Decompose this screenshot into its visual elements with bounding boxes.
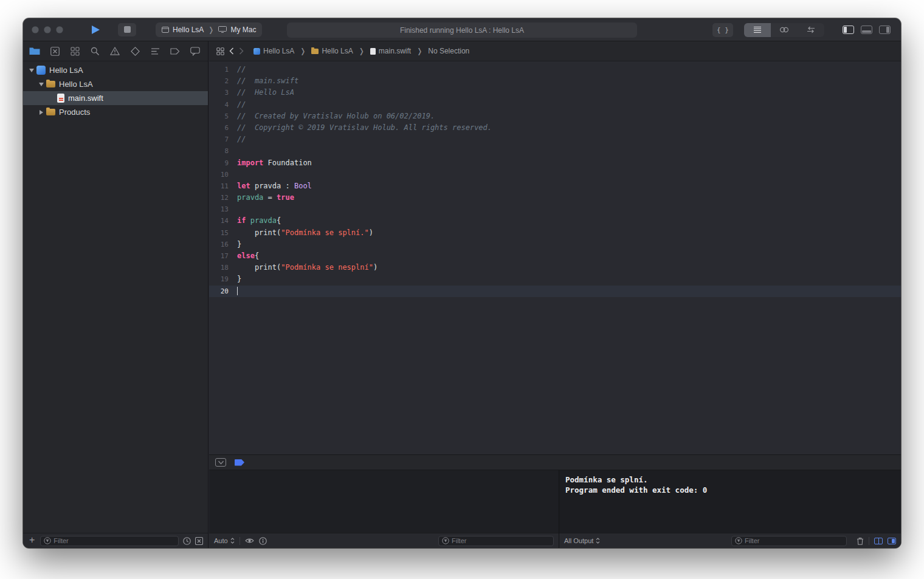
forward-button[interactable] xyxy=(239,47,244,55)
code-line[interactable]: 8 xyxy=(209,145,901,157)
code-line[interactable]: 9import Foundation xyxy=(209,157,901,169)
code-line[interactable]: 5// Created by Vratislav Holub on 06/02/… xyxy=(209,111,901,122)
line-number[interactable]: 4 xyxy=(209,99,237,111)
jumpbar-item-selection[interactable]: No Selection xyxy=(428,47,469,55)
line-number[interactable]: 18 xyxy=(209,262,237,273)
assistant-editor-icon xyxy=(779,26,789,33)
code-line[interactable]: 13 xyxy=(209,204,901,215)
line-number[interactable]: 12 xyxy=(209,192,237,204)
code-line[interactable]: 4// xyxy=(209,99,901,111)
console-output-popup[interactable]: All Output xyxy=(564,537,600,544)
code-line[interactable]: 20 xyxy=(209,286,901,297)
close-button[interactable] xyxy=(32,26,39,33)
code-braces-button[interactable]: { } xyxy=(712,23,733,37)
tree-row-products[interactable]: Products xyxy=(23,105,208,119)
line-number[interactable]: 3 xyxy=(209,87,237,98)
inspector-panel-toggle[interactable] xyxy=(879,26,891,34)
line-number[interactable]: 20 xyxy=(209,286,237,297)
code-line[interactable]: 16} xyxy=(209,239,901,250)
zoom-button[interactable] xyxy=(56,26,63,33)
line-number[interactable]: 1 xyxy=(209,64,237,75)
console-output[interactable]: Podmínka se splní.Program ended with exi… xyxy=(559,470,901,533)
scheme-selector[interactable]: Hello LsA ❭ My Mac xyxy=(156,22,262,37)
line-number[interactable]: 10 xyxy=(209,169,237,180)
code-text: // main.swift xyxy=(237,75,298,87)
console-filter-field[interactable]: Filter xyxy=(731,536,847,546)
minimize-button[interactable] xyxy=(44,26,51,33)
jumpbar-item-project[interactable]: Hello LsA xyxy=(253,47,294,55)
code-line[interactable]: 11let pravda : Bool xyxy=(209,180,901,192)
line-number[interactable]: 2 xyxy=(209,75,237,87)
line-number[interactable]: 5 xyxy=(209,111,237,122)
disclosure-open-icon[interactable] xyxy=(36,83,46,86)
code-line[interactable]: 14if pravda{ xyxy=(209,215,901,227)
variables-content[interactable] xyxy=(209,470,559,533)
find-navigator-tab[interactable] xyxy=(89,45,101,57)
disclosure-open-icon[interactable] xyxy=(27,69,36,72)
run-button[interactable] xyxy=(88,22,103,37)
breakpoints-toggle-button[interactable] xyxy=(235,459,244,466)
issue-navigator-tab[interactable] xyxy=(109,45,121,57)
quicklook-eye-button[interactable] xyxy=(245,538,254,544)
code-text: print("Podmínka se splní.") xyxy=(237,227,373,239)
line-number[interactable]: 6 xyxy=(209,122,237,134)
code-line[interactable]: 17else{ xyxy=(209,250,901,262)
line-number[interactable]: 14 xyxy=(209,215,237,227)
line-number[interactable]: 8 xyxy=(209,145,237,157)
code-line[interactable]: 18 print("Podmínka se nesplní") xyxy=(209,262,901,273)
code-line[interactable]: 3// Hello LsA xyxy=(209,87,901,98)
tree-row-group[interactable]: Hello LsA xyxy=(23,77,208,91)
line-number[interactable]: 19 xyxy=(209,273,237,285)
jumpbar-item-file[interactable]: main.swift xyxy=(370,47,411,55)
jumpbar-label: No Selection xyxy=(428,47,469,55)
info-button[interactable] xyxy=(259,537,267,545)
disclosure-closed-icon[interactable] xyxy=(36,110,46,115)
test-navigator-tab[interactable] xyxy=(129,45,141,57)
recent-files-button[interactable] xyxy=(183,537,191,545)
console-only-button[interactable] xyxy=(888,538,896,544)
split-console-button[interactable] xyxy=(874,538,883,544)
tree-row-main-swift[interactable]: main.swift xyxy=(23,91,208,105)
hide-debug-area-button[interactable] xyxy=(215,458,226,467)
variables-scope-popup[interactable]: Auto xyxy=(214,537,235,544)
navigator-tab-bar xyxy=(23,41,208,61)
related-items-button[interactable] xyxy=(216,47,224,55)
navigator-filter-field[interactable]: Filter xyxy=(40,536,179,546)
line-number[interactable]: 17 xyxy=(209,250,237,262)
line-number[interactable]: 16 xyxy=(209,239,237,250)
code-line[interactable]: 6// Copyright © 2019 Vratislav Holub. Al… xyxy=(209,122,901,134)
debug-panel-toggle[interactable] xyxy=(861,26,872,34)
line-number[interactable]: 9 xyxy=(209,157,237,169)
debug-navigator-tab[interactable] xyxy=(149,45,161,57)
stop-button[interactable] xyxy=(118,23,136,36)
code-line[interactable]: 15 print("Podmínka se splní.") xyxy=(209,227,901,239)
code-line[interactable]: 7// xyxy=(209,134,901,145)
line-number[interactable]: 7 xyxy=(209,134,237,145)
code-line[interactable]: 10 xyxy=(209,169,901,180)
tree-row-project[interactable]: Hello LsA xyxy=(23,63,208,77)
assistant-editor-button[interactable] xyxy=(771,23,798,37)
code-line[interactable]: 19} xyxy=(209,273,901,285)
clear-console-button[interactable] xyxy=(857,537,864,545)
line-number[interactable]: 15 xyxy=(209,227,237,239)
code-line[interactable]: 1// xyxy=(209,64,901,75)
standard-editor-button[interactable] xyxy=(744,23,771,37)
project-navigator-tab[interactable] xyxy=(29,45,41,57)
jumpbar-item-group[interactable]: Hello LsA xyxy=(311,47,353,55)
source-control-filter-button[interactable] xyxy=(195,537,203,545)
source-control-navigator-tab[interactable] xyxy=(49,45,61,57)
version-editor-button[interactable] xyxy=(798,23,824,37)
symbol-navigator-tab[interactable] xyxy=(69,45,81,57)
right-panel-fill xyxy=(886,27,889,33)
report-navigator-tab[interactable] xyxy=(189,45,201,57)
back-button[interactable] xyxy=(229,47,234,55)
code-line[interactable]: 2// main.swift xyxy=(209,75,901,87)
code-line[interactable]: 12pravda = true xyxy=(209,192,901,204)
source-editor[interactable]: 1//2// main.swift3// Hello LsA4//5// Cre… xyxy=(209,61,901,454)
variables-filter-field[interactable]: Filter xyxy=(438,536,554,546)
line-number[interactable]: 13 xyxy=(209,204,237,215)
line-number[interactable]: 11 xyxy=(209,180,237,192)
navigator-panel-toggle[interactable] xyxy=(843,26,854,34)
add-button[interactable]: + xyxy=(28,535,36,546)
breakpoint-navigator-tab[interactable] xyxy=(169,45,181,57)
